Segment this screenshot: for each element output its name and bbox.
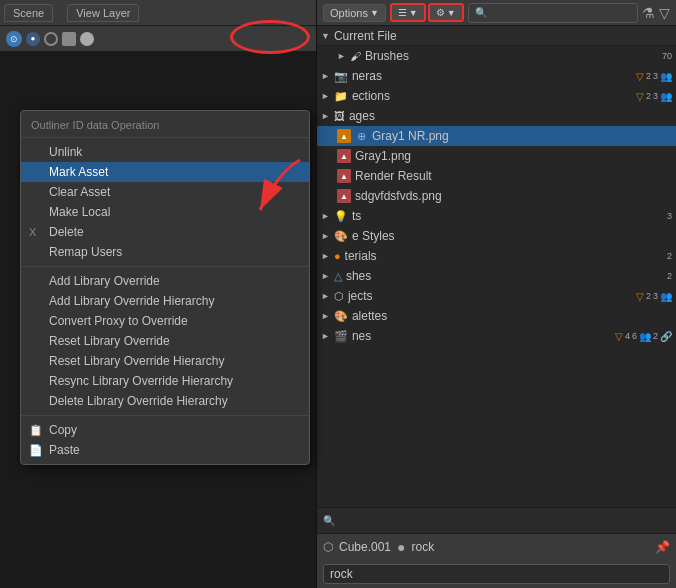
name-input[interactable] (323, 564, 670, 584)
brushes-row[interactable]: ► 🖌 Brushes 70 (317, 46, 676, 66)
render-icon: ▲ (337, 169, 351, 183)
material-sphere-icon: ● (397, 539, 405, 555)
menu-delete[interactable]: X Delete (21, 222, 309, 242)
collapse-triangle: ▼ (321, 31, 330, 41)
scenes-row[interactable]: ► 🎬 nes ▽ 4 6 👥 2 🔗 (317, 326, 676, 346)
context-menu: Outliner ID data Operation Unlink Mark A… (20, 110, 310, 465)
images-row[interactable]: ► 🖼 ages (317, 106, 676, 126)
sphere-icon: ● (26, 32, 40, 46)
menu-add-override[interactable]: Add Library Override (21, 271, 309, 291)
gray1-icon: ▲ (337, 149, 351, 163)
menu-convert-proxy[interactable]: Convert Proxy to Override (21, 311, 309, 331)
square-icon (62, 32, 76, 46)
scenes-triangle: ► (321, 331, 330, 341)
menu-copy[interactable]: 📋 Copy (21, 420, 309, 440)
separator2 (21, 415, 309, 416)
lights-row[interactable]: ► 💡 ts 3 (317, 206, 676, 226)
menu-remap-users[interactable]: Remap Users (21, 242, 309, 262)
objects-row[interactable]: ► ⬡ jects ▽ 2 3 👥 (317, 286, 676, 306)
paste-icon: 📄 (29, 444, 43, 457)
mat-badge: 2 (667, 251, 672, 261)
menu-resync-override[interactable]: Resync Library Override Hierarchy (21, 371, 309, 391)
cam-icons2: 👥 (660, 71, 672, 82)
col-people-icon: 👥 (660, 91, 672, 102)
datablock-icon: ⚙ (436, 7, 445, 18)
sc-link: 🔗 (660, 331, 672, 342)
funnel-icon: ▽ (659, 5, 670, 21)
objects-icon: ⬡ (334, 290, 344, 303)
collections-icon: 📁 (334, 90, 348, 103)
current-file-header[interactable]: ▼ Current File (317, 26, 676, 46)
menu-make-local[interactable]: Make Local (21, 202, 309, 222)
linestyles-label: e Styles (352, 229, 672, 243)
collections-row[interactable]: ► 📁 ections ▽ 2 3 👥 (317, 86, 676, 106)
name-input-bar (317, 560, 676, 588)
tab-view-layer[interactable]: View Layer (67, 4, 139, 22)
gray1nr-label: Gray1 NR.png (372, 129, 672, 143)
menu-paste[interactable]: 📄 Paste (21, 440, 309, 460)
dropdown-icon: ▼ (370, 8, 379, 18)
col-badge2: 2 (646, 91, 651, 101)
sc-filter: ▽ (615, 331, 623, 342)
cameras-label: neras (352, 69, 632, 83)
cameras-row[interactable]: ► 📷 neras ▽ 2 3 👥 (317, 66, 676, 86)
sdg-icon: ▲ (337, 189, 351, 203)
filter-orange-icon: ▽ (636, 71, 644, 82)
viewport-icon: ⊙ (6, 31, 22, 47)
linked-icon: ⊕ (357, 130, 366, 143)
gray1-row[interactable]: ▲ Gray1.png (317, 146, 676, 166)
meshes-label: shes (346, 269, 663, 283)
obj-filter: ▽ (636, 291, 644, 302)
meshes-row[interactable]: ► △ shes 2 (317, 266, 676, 286)
objects-label: jects (348, 289, 632, 303)
cam-badge3: 3 (653, 71, 658, 81)
sdg-row[interactable]: ▲ sdgvfdsfvds.png (317, 186, 676, 206)
palettes-icon: 🎨 (334, 310, 348, 323)
filter-buttons: ☰ ▼ ⚙ ▼ (390, 3, 464, 22)
menu-add-override-hierarchy[interactable]: Add Library Override Hierarchy (21, 291, 309, 311)
outliner-mode-button[interactable]: ☰ ▼ (390, 3, 426, 22)
obj-people: 👥 (660, 291, 672, 302)
search-bar[interactable]: 🔍 (468, 3, 638, 23)
cameras-triangle: ► (321, 71, 330, 81)
palettes-label: alettes (352, 309, 672, 323)
separator1 (21, 266, 309, 267)
menu-clear-asset[interactable]: Clear Asset (21, 182, 309, 202)
options-button[interactable]: Options ▼ (323, 4, 386, 22)
materials-label: terials (345, 249, 663, 263)
tab-scene[interactable]: Scene (4, 4, 53, 22)
outliner-panel: Options ▼ ☰ ▼ ⚙ ▼ 🔍 ⚗ ▽ ▼ Current File (316, 0, 676, 588)
linestyles-row[interactable]: ► 🎨 e Styles (317, 226, 676, 246)
datablock-button[interactable]: ⚙ ▼ (428, 3, 464, 22)
col-filter-icon: ▽ (636, 91, 644, 102)
viewport-header: ⊙ ● (0, 26, 316, 52)
images-label: ages (349, 109, 672, 123)
menu-title: Outliner ID data Operation (21, 115, 309, 138)
lights-triangle: ► (321, 211, 330, 221)
filter-button[interactable]: ⚗ (642, 5, 655, 21)
material-name: rock (412, 540, 435, 554)
brushes-triangle: ► (337, 51, 346, 61)
menu-unlink[interactable]: Unlink (21, 142, 309, 162)
menu-delete-override[interactable]: Delete Library Override Hierarchy (21, 391, 309, 411)
meshes-icon: △ (334, 270, 342, 283)
lights-badge: 3 (667, 211, 672, 221)
cam-badge2: 2 (646, 71, 651, 81)
menu-reset-override[interactable]: Reset Library Override (21, 331, 309, 351)
menu-mark-asset[interactable]: Mark Asset (21, 162, 309, 182)
images-icon: 🖼 (334, 110, 345, 122)
menu-reset-override-hierarchy[interactable]: Reset Library Override Hierarchy (21, 351, 309, 371)
search-icon: 🔍 (475, 7, 487, 18)
list-icon: ☰ (398, 7, 407, 18)
brushes-badge: 70 (662, 51, 672, 61)
search-bottom: 🔍 (317, 508, 676, 534)
sc-b2: 2 (653, 331, 658, 341)
images-triangle: ► (321, 111, 330, 121)
objects-icons: ▽ 2 3 👥 (636, 291, 672, 302)
outliner-content[interactable]: ▼ Current File ► 🖌 Brushes 70 ► 📷 neras … (317, 26, 676, 507)
palettes-row[interactable]: ► 🎨 alettes (317, 306, 676, 326)
gray1nr-row[interactable]: ▲ ⊕ Gray1 NR.png (317, 126, 676, 146)
render-row[interactable]: ▲ Render Result (317, 166, 676, 186)
materials-row[interactable]: ► ● terials 2 (317, 246, 676, 266)
gray1-label: Gray1.png (355, 149, 672, 163)
